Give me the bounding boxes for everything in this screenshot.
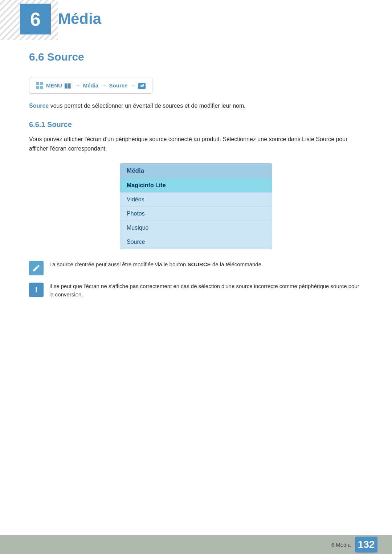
note-pencil-text: La source d'entrée peut aussi être modif… <box>49 260 263 268</box>
note-exclaim-text: Il se peut que l'écran ne s'affiche pas … <box>49 282 363 299</box>
source-bold-label: Source <box>29 103 49 109</box>
arrow2: → <box>101 82 106 89</box>
subsection-description: Vous pouvez afficher l'écran d'un périph… <box>29 135 363 153</box>
enter-icon: ⏎ <box>138 83 146 89</box>
menu-label: MENU <box>46 82 62 89</box>
footer-chapter-label: 6 Média <box>331 542 351 548</box>
source-label: Source <box>109 82 128 89</box>
subsection-number: 6.6.1 <box>29 120 45 128</box>
arrow1: → <box>75 82 81 89</box>
subsection-heading: Source <box>47 120 72 128</box>
notes-area: La source d'entrée peut aussi être modif… <box>29 260 363 299</box>
menu-icon <box>36 82 44 90</box>
grid-icon <box>65 83 71 89</box>
section-number: 6.6 <box>29 51 44 63</box>
exclaim-icon: ! <box>29 283 44 297</box>
menu-item-magicinfo: Magicinfo Lite <box>120 178 272 192</box>
svg-rect-1 <box>40 82 43 85</box>
media-label: Média <box>83 82 99 89</box>
page-footer: 6 Média 132 <box>0 535 392 554</box>
menu-item-videos: Vidéos <box>120 192 272 206</box>
subsection-title: 6.6.1 Source <box>29 120 363 129</box>
menu-screenshot: Média Magicinfo Lite Vidéos Photos Musiq… <box>120 163 272 249</box>
menu-header: Média <box>120 164 272 178</box>
svg-rect-3 <box>40 86 43 89</box>
chapter-title: Média <box>58 10 101 28</box>
pencil-svg <box>32 264 41 272</box>
note1-prefix: La source d'entrée peut aussi être modif… <box>49 261 188 267</box>
note1-bold: SOURCE <box>188 261 211 267</box>
menu-path-box: MENU → Média → Source → ⏎ <box>29 78 152 94</box>
menu-item-musique: Musique <box>120 221 272 235</box>
pencil-icon <box>29 261 44 275</box>
menu-path-text: MENU → Média → Source → ⏎ <box>46 82 146 89</box>
note1-suffix: de la télécommande. <box>211 261 263 267</box>
main-content: 6.6 Source MENU → Média → Source → ⏎ Sou… <box>0 44 392 342</box>
chapter-number: 6 <box>20 4 51 34</box>
section-title: 6.6 Source <box>29 51 363 67</box>
arrow3: → <box>130 82 136 89</box>
exclaim-symbol: ! <box>35 285 37 295</box>
menu-item-photos: Photos <box>120 206 272 221</box>
svg-rect-0 <box>36 82 39 85</box>
svg-rect-2 <box>36 86 39 89</box>
note-pencil-row: La source d'entrée peut aussi être modif… <box>29 260 363 275</box>
note-exclaim-row: ! Il se peut que l'écran ne s'affiche pa… <box>29 282 363 299</box>
description-suffix: vous permet de sélectionner un éventail … <box>49 103 246 109</box>
menu-item-source: Source <box>120 235 272 249</box>
section-description: Source vous permet de sélectionner un év… <box>29 102 363 110</box>
section-heading: Source <box>47 51 84 63</box>
footer-page-number: 132 <box>355 537 377 553</box>
page-header: 6 Média <box>0 0 392 40</box>
